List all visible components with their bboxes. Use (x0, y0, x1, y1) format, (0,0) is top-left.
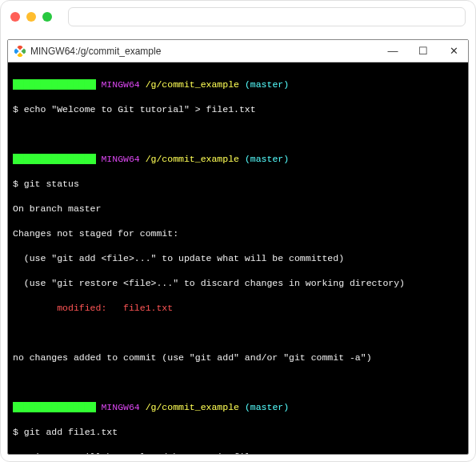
maximize-button[interactable]: ☐ (415, 43, 431, 59)
minimize-button[interactable]: — (385, 43, 401, 59)
window-titlebar: MINGW64:/g/commit_example — ☐ ✕ (8, 40, 468, 62)
branch-label: (master) (245, 154, 289, 164)
branch-label: (master) (245, 79, 289, 90)
minimize-window-button[interactable] (26, 12, 36, 22)
user-host-hidden: ███████████████ (13, 402, 96, 412)
browser-frame: MINGW64:/g/commit_example — ☐ ✕ ████████… (0, 0, 476, 462)
command-echo: echo "Welcome to Git tutorial" > file1.t… (18, 104, 256, 114)
close-window-button[interactable] (10, 12, 20, 22)
command-line: $ git add file1.txt (13, 426, 463, 439)
browser-titlebar (1, 1, 475, 33)
window-title: MINGW64:/g/commit_example (30, 46, 385, 57)
command-line: $ git status (13, 178, 463, 191)
output-line: (use "git restore <file>..." to discard … (13, 277, 463, 290)
prompt-dollar: $ (13, 427, 18, 437)
blank-line (13, 327, 463, 339)
url-bar[interactable] (68, 7, 466, 26)
output-line: warning: LF will be replaced by CRLF in … (13, 451, 463, 454)
cwd-path: /g/commit_example (146, 79, 239, 90)
svg-rect-2 (14, 48, 19, 54)
prompt-line: ███████████████ MINGW64 /g/commit_exampl… (13, 153, 463, 166)
output-modified-unstaged: modified: file1.txt (13, 302, 463, 315)
cwd-path: /g/commit_example (146, 402, 239, 412)
output-line: no changes added to commit (use "git add… (13, 352, 463, 364)
svg-rect-1 (21, 48, 26, 54)
blank-line (13, 128, 463, 141)
env-label: MINGW64 (101, 154, 139, 164)
maximize-window-button[interactable] (42, 12, 52, 22)
traffic-lights (10, 12, 52, 22)
prompt-line: ███████████████ MINGW64 /g/commit_exampl… (13, 401, 463, 414)
blank-line (13, 376, 463, 389)
output-line: On branch master (13, 203, 463, 215)
svg-rect-0 (17, 46, 22, 50)
prompt-line: ███████████████ MINGW64 /g/commit_exampl… (13, 78, 463, 91)
user-host-hidden: ███████████████ (13, 79, 96, 90)
prompt-dollar: $ (13, 179, 18, 189)
git-bash-icon (14, 46, 26, 57)
terminal-window: MINGW64:/g/commit_example — ☐ ✕ ████████… (7, 39, 469, 455)
close-button[interactable]: ✕ (446, 43, 462, 59)
env-label: MINGW64 (101, 402, 139, 412)
svg-rect-3 (17, 52, 22, 57)
output-line: Changes not staged for commit: (13, 227, 463, 240)
command-add: git add file1.txt (18, 427, 118, 437)
output-line: (use "git add <file>..." to update what … (13, 252, 463, 265)
command-line: $ echo "Welcome to Git tutorial" > file1… (13, 103, 463, 116)
window-controls: — ☐ ✕ (385, 43, 462, 59)
terminal[interactable]: ███████████████ MINGW64 /g/commit_exampl… (8, 62, 468, 454)
env-label: MINGW64 (101, 79, 139, 90)
command-status: git status (18, 179, 79, 189)
branch-label: (master) (245, 402, 289, 412)
user-host-hidden: ███████████████ (13, 154, 96, 164)
cwd-path: /g/commit_example (146, 154, 239, 164)
prompt-dollar: $ (13, 104, 18, 114)
